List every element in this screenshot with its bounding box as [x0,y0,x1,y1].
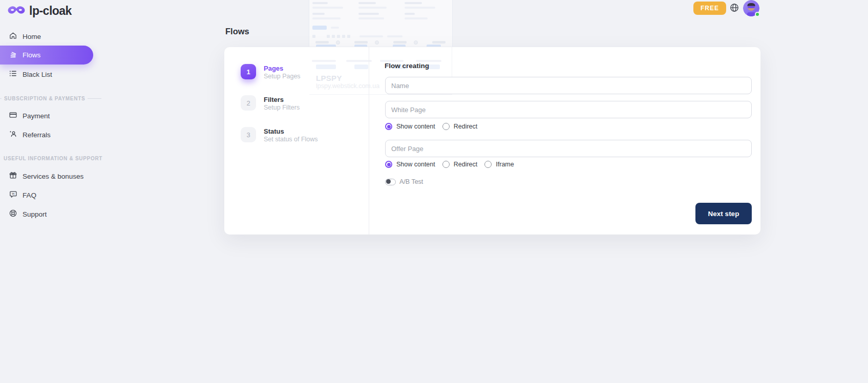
sidebar-section-support: USEFUL INFORMATION & SUPPORT [0,156,102,161]
step-number-badge: 2 [241,95,256,111]
step-title: Pages [264,65,301,72]
ab-test-toggle[interactable] [385,179,396,185]
ghost-card-title: LPSPY [316,74,342,82]
gift-icon [9,171,17,181]
sidebar-item-flows[interactable]: Flows [0,46,93,65]
radio-unselected-icon [484,161,492,168]
radio-offer-iframe[interactable]: Iframe [484,161,514,168]
person-star-icon [9,130,17,140]
user-avatar[interactable] [743,0,759,16]
sidebar-item-label: Referrals [23,131,51,139]
form-title: Flow creating [385,62,429,70]
sidebar-item-home[interactable]: Home [0,30,102,43]
step-subtitle: Set status of Flows [264,136,318,143]
page-title: Flows [225,27,249,36]
svg-text:?!: ?! [12,193,15,196]
sidebar-item-referrals[interactable]: Referrals [0,128,102,141]
white-page-mode-radios: Show content Redirect [385,122,484,130]
offer-page-mode-radios: Show content Redirect Iframe [385,160,521,168]
ghost-card-url: lpspy.webstick.com.ua [316,82,379,90]
section-title: USEFUL INFORMATION & SUPPORT [4,156,102,161]
section-title: SUBSCRIPTION & PAYMENTS [4,96,85,101]
sidebar-item-label: Payment [23,112,50,120]
radio-offer-redirect[interactable]: Redirect [442,161,478,168]
radio-offer-show-content[interactable]: Show content [385,161,435,168]
radio-label: Show content [396,161,435,168]
white-page-input[interactable] [385,101,752,118]
app-screen: lp-cloak FREE [0,0,868,383]
online-status-dot [755,12,760,17]
sidebar-item-label: Services & bonuses [23,173,83,180]
home-icon [9,31,17,41]
sidebar-item-black-list[interactable]: Black List [0,68,102,81]
plan-badge[interactable]: FREE [693,2,726,15]
step-title: Filters [264,96,300,103]
radio-unselected-icon [442,161,450,168]
modal-divider [369,47,369,235]
step-subtitle: Setup Pages [264,73,301,80]
sidebar-section-subscription: SUBSCRIPTION & PAYMENTS [0,96,102,101]
sidebar-item-label: Home [23,33,41,40]
language-globe-icon[interactable] [729,3,739,13]
sidebar-item-services[interactable]: Services & bonuses [0,169,102,183]
flow-name-input[interactable] [385,77,752,94]
offer-page-input[interactable] [385,140,752,157]
step-number-badge: 3 [241,127,256,142]
radio-white-redirect[interactable]: Redirect [442,123,478,130]
radio-label: Iframe [496,161,514,168]
section-dash [0,98,2,99]
flows-stack-icon [9,50,17,60]
radio-selected-icon [385,161,392,168]
credit-card-icon [9,111,17,121]
toggle-knob [386,179,391,184]
list-icon [9,69,17,79]
step-number-badge: 1 [241,64,256,79]
faq-bubble-icon: ?! [9,190,17,200]
sidebar: Home Flows Black List SUBSCRIPTION & PAY… [0,0,102,383]
ab-test-label: A/B Test [399,178,423,185]
sidebar-item-label: Flows [23,51,40,59]
section-dash [88,98,101,99]
step-title: Status [264,127,318,135]
sidebar-item-payment[interactable]: Payment [0,109,102,122]
lifebuoy-icon [9,209,17,219]
flow-creating-modal: LPSPY lpspy.webstick.com.ua 1 Pages Setu… [224,47,760,235]
radio-white-show-content[interactable]: Show content [385,123,435,130]
sidebar-item-faq[interactable]: ?! FAQ [0,188,102,202]
sidebar-item-label: Black List [23,71,52,78]
background-ghost-table [309,0,453,47]
ab-test-row: A/B Test [385,178,423,185]
radio-label: Redirect [454,123,478,130]
next-step-button[interactable]: Next step [695,203,752,224]
sidebar-item-support[interactable]: Support [0,207,102,221]
sidebar-item-label: Support [23,210,47,218]
radio-label: Redirect [454,161,478,168]
sidebar-item-label: FAQ [23,192,36,199]
radio-label: Show content [396,123,435,130]
radio-unselected-icon [442,123,450,130]
radio-selected-icon [385,123,392,130]
step-subtitle: Setup Filters [264,104,300,112]
